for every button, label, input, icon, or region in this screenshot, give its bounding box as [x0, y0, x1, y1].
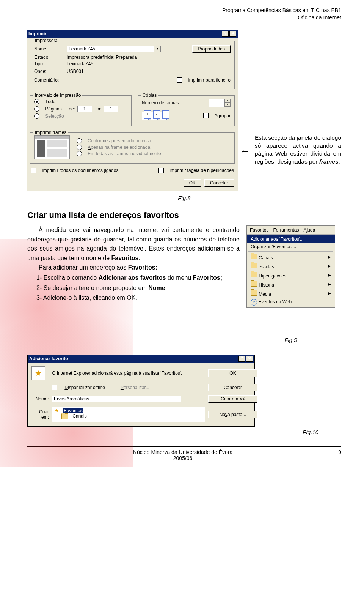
group-copies-label: Cópias — [141, 93, 158, 98]
header-divider — [27, 24, 341, 24]
linked-docs-checkbox[interactable] — [31, 168, 36, 173]
label-to: a:a: — [97, 106, 101, 112]
print-to-file-checkbox[interactable] — [177, 77, 182, 83]
add-favorite-title: Adicionar favorito — [29, 356, 68, 361]
chevron-right-icon: ▶ — [328, 273, 331, 277]
properties-button[interactable]: PropriedadesPropriedades — [192, 45, 231, 53]
chevron-right-icon: ▶ — [328, 255, 331, 259]
chevron-down-icon[interactable]: ▼ — [154, 46, 161, 52]
list-item-2: 2- Se desejar altere o nome proposto em … — [36, 284, 240, 293]
menu-folder-canais[interactable]: Canais▶ — [247, 252, 335, 262]
fig8-caption: Fig.8 — [27, 195, 341, 201]
folder-icon — [61, 413, 68, 419]
print-ok-button[interactable]: OK — [184, 179, 201, 187]
print-dialog-title: Imprimir — [28, 31, 47, 36]
label-selection: SelecçãoSelecção — [45, 113, 64, 119]
label-all: TudoTudo — [45, 99, 55, 104]
menu-folder-escolas[interactable]: escolas▶ — [247, 262, 335, 271]
label-type: Tipo: — [34, 61, 64, 66]
chevron-right-icon: ▶ — [328, 264, 331, 268]
menu-item-eventos[interactable]: e Eventos na Web — [247, 298, 335, 307]
footer-page-number: 9 — [338, 449, 341, 461]
close-icon[interactable]: ✕ — [229, 31, 236, 37]
close-icon[interactable]: ✕ — [246, 356, 253, 362]
label-linked-docs: Imprimir todos os documentos ligadosImpr… — [42, 168, 118, 173]
menu-folder-historia[interactable]: História▶ — [247, 280, 335, 289]
create-in-button[interactable]: Criar em <<Criar em << — [208, 395, 257, 403]
label-comment: Comentário: — [34, 77, 64, 83]
radio-frames-asis — [77, 138, 82, 143]
star-icon: ★ — [31, 366, 45, 380]
group-frames-label: Imprimir frames — [33, 130, 68, 135]
radio-frames-selected — [77, 145, 82, 150]
fig10-caption: Fig.10 — [27, 429, 318, 435]
addfav-cancel-button[interactable]: Cancelar — [208, 384, 257, 391]
personalize-button: Personalizar...Personalizar... — [115, 384, 155, 391]
favorites-menu: FavoritosFavoritos FerramentasFerramenta… — [246, 225, 335, 308]
folder-icon — [251, 263, 257, 268]
list-item-1: 1- Escolha o comando Adicionar aos favor… — [36, 273, 240, 283]
help-icon[interactable]: ? — [238, 356, 245, 362]
folder-icon — [251, 290, 257, 296]
folder-icon — [251, 281, 257, 287]
radio-pages[interactable] — [34, 106, 39, 112]
label-frames-all: Em todas as frames individualmenteEm tod… — [88, 151, 161, 156]
value-type: Lexmark Z45 — [67, 61, 93, 66]
list-item-3: 3- Adicione-o à lista, clicando em OK. — [36, 293, 240, 303]
menu-add-favorites[interactable]: Adicionar aos 'Favoritos'...Adicionar ao… — [247, 235, 335, 243]
label-addfav-name: Nome:Nome: — [31, 396, 49, 402]
collate-checkbox[interactable] — [203, 113, 209, 118]
menu-separator — [248, 251, 333, 252]
menu-organize-favorites[interactable]: Organizar 'Favoritos'...Organizar 'Favor… — [247, 243, 335, 251]
label-frames-asis: Conforme apresentado no ecrãConforme apr… — [88, 138, 151, 143]
folder-tree[interactable]: ★ Favoritos Canais — [52, 407, 205, 422]
label-name: NNome:ome: — [34, 46, 64, 52]
header-line2: Oficina da Internet — [27, 14, 341, 21]
label-pages: PáginasPáginas — [45, 106, 61, 112]
body-paragraph-1: À medida que vai navegando na Internet v… — [27, 225, 240, 263]
addfav-name-input[interactable]: Ervas Aromáticas — [52, 396, 181, 402]
label-numcopies: Número de cópias:Número de cópias: — [142, 100, 180, 106]
footer-center: Núcleo Minerva da Universidade de Évora2… — [27, 449, 338, 461]
radio-all[interactable] — [34, 99, 39, 104]
help-icon[interactable]: ? — [222, 31, 229, 37]
radio-selection — [34, 113, 39, 119]
to-input[interactable]: 1 — [104, 106, 118, 112]
chevron-right-icon: ▶ — [328, 291, 331, 295]
group-printer-label: Impressora — [33, 38, 59, 43]
label-from: de:de: — [69, 106, 75, 112]
new-folder-button[interactable]: Nova pasta...Nova pasta... — [208, 411, 257, 418]
spinner-down-icon[interactable]: ▼ — [224, 103, 231, 107]
menu-tools[interactable]: FerramentasFerramentas — [273, 227, 299, 233]
label-print-to-file: Imprimir para ficheiroImprimir para fich… — [188, 77, 231, 83]
collate-icon: 1 1 2 2 3 3 — [142, 110, 168, 121]
menu-folder-hiperlinks[interactable]: Hiperligações▶ — [247, 271, 335, 280]
menu-help[interactable]: AjudaAjuda — [303, 227, 315, 233]
radio-frames-all — [77, 151, 82, 156]
numcopies-input[interactable]: 1 — [209, 99, 224, 107]
label-frames-selected: Apenas na frame seleccionadaApenas na fr… — [88, 145, 150, 150]
frames-icon — [34, 135, 70, 159]
link-table-checkbox[interactable] — [158, 168, 164, 173]
header-line1: Programa Competências Básicas em TIC nas… — [27, 7, 341, 14]
ie-icon: e — [251, 299, 257, 306]
section-title: Criar uma lista de endereços favoritos — [27, 210, 341, 220]
addfav-ok-button[interactable]: OK — [208, 369, 257, 377]
group-range-label: Intervalo de impressão — [33, 93, 82, 98]
add-favorite-message: O Internet Explorer adicionará esta pági… — [52, 370, 205, 376]
star-icon: ★ — [55, 408, 59, 413]
from-input[interactable]: 1 — [77, 106, 92, 112]
folder-icon — [251, 254, 257, 259]
print-cancel-button[interactable]: Cancelar — [204, 179, 234, 187]
spinner-up-icon[interactable]: ▲ — [224, 99, 231, 103]
printer-name-combo[interactable]: Lexmark Z45 — [67, 46, 154, 52]
value-where: USB001 — [67, 69, 84, 74]
label-link-table: Imprimir tabela de hiperligaçõesImprimir… — [169, 168, 234, 173]
menu-favorites[interactable]: FavoritosFavoritos — [250, 227, 268, 233]
offline-checkbox[interactable] — [52, 385, 57, 390]
arrow-left-icon: ← — [240, 146, 250, 157]
add-favorite-dialog: Adicionar favorito ? ✕ ★ O Internet Expl… — [27, 355, 255, 427]
folder-icon — [251, 272, 257, 277]
menu-folder-media[interactable]: Media▶ — [247, 289, 335, 298]
value-state: Impressora predefinida; Preparada — [67, 55, 137, 60]
